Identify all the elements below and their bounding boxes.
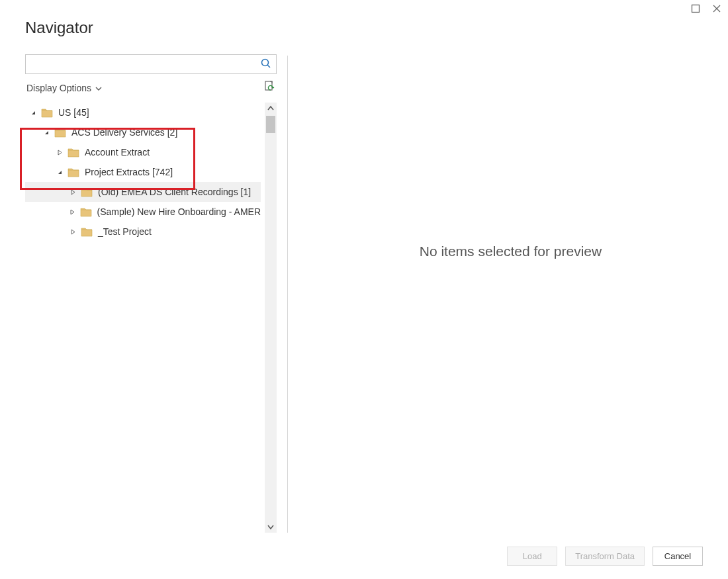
expand-icon[interactable] xyxy=(56,150,64,156)
svg-marker-7 xyxy=(45,131,48,134)
maximize-icon[interactable] xyxy=(691,4,700,13)
expand-icon[interactable] xyxy=(69,209,76,215)
tree-item[interactable]: Account Extract xyxy=(25,142,261,162)
load-button: Load xyxy=(507,547,557,566)
tree-item-label: Account Extract xyxy=(85,147,150,157)
tree-item[interactable]: Project Extracts [742] xyxy=(25,162,261,182)
display-options-label: Display Options xyxy=(26,83,91,93)
expand-icon[interactable] xyxy=(69,189,77,195)
tree-item-label: (Old) EMEA DS Client Recordings [1] xyxy=(98,187,251,197)
preview-empty-message: No items selected for preview xyxy=(420,244,602,259)
folder-icon xyxy=(41,108,53,118)
collapse-icon[interactable] xyxy=(42,130,50,136)
tree-item-label: Project Extracts [742] xyxy=(85,167,173,177)
tree-item-label: _Test Project xyxy=(98,226,152,237)
svg-marker-12 xyxy=(71,230,75,234)
scroll-up-arrow[interactable] xyxy=(265,103,277,114)
cancel-button[interactable]: Cancel xyxy=(653,547,703,566)
collapse-icon[interactable] xyxy=(29,110,37,116)
tree-item[interactable]: US [45] xyxy=(25,103,261,122)
search-box[interactable] xyxy=(25,54,277,74)
scroll-down-arrow[interactable] xyxy=(265,521,277,533)
svg-line-4 xyxy=(267,65,270,67)
svg-marker-6 xyxy=(32,111,35,114)
scroll-thumb[interactable] xyxy=(266,116,275,133)
chevron-down-icon xyxy=(95,83,102,93)
tree-item[interactable]: _Test Project xyxy=(25,222,261,242)
search-icon[interactable] xyxy=(260,58,272,71)
folder-icon xyxy=(54,128,66,138)
svg-marker-8 xyxy=(58,150,62,155)
collapse-icon[interactable] xyxy=(56,169,64,175)
tree-item-label: (Sample) New Hire Onboarding - AMER xyxy=(97,206,261,217)
transform-data-button: Transform Data xyxy=(565,547,645,566)
tree-item[interactable]: (Old) EMEA DS Client Recordings [1] xyxy=(25,182,261,202)
search-input[interactable] xyxy=(31,59,260,69)
folder-icon xyxy=(68,167,79,177)
svg-point-3 xyxy=(262,59,269,66)
folder-icon xyxy=(81,187,93,197)
tree-item-label: ACS Delivery Services [2] xyxy=(71,127,177,138)
folder-icon xyxy=(80,207,92,217)
tree-item[interactable]: (Sample) New Hire Onboarding - AMER xyxy=(25,202,261,222)
page-title: Navigator xyxy=(25,19,277,37)
display-options-dropdown[interactable]: Display Options xyxy=(26,83,102,93)
tree-item-label: US [45] xyxy=(58,107,89,118)
scrollbar[interactable] xyxy=(265,103,277,533)
pane-divider xyxy=(287,56,288,533)
tree-item[interactable]: ACS Delivery Services [2] xyxy=(25,122,261,142)
svg-rect-0 xyxy=(692,5,700,13)
folder-icon xyxy=(68,148,79,157)
svg-marker-10 xyxy=(71,190,75,195)
svg-marker-9 xyxy=(58,171,62,174)
expand-icon[interactable] xyxy=(69,229,77,235)
svg-marker-11 xyxy=(71,210,74,214)
close-icon[interactable] xyxy=(712,4,721,13)
refresh-icon[interactable] xyxy=(263,81,275,95)
folder-icon xyxy=(81,227,93,237)
folder-tree[interactable]: US [45]ACS Delivery Services [2]Account … xyxy=(25,103,261,533)
